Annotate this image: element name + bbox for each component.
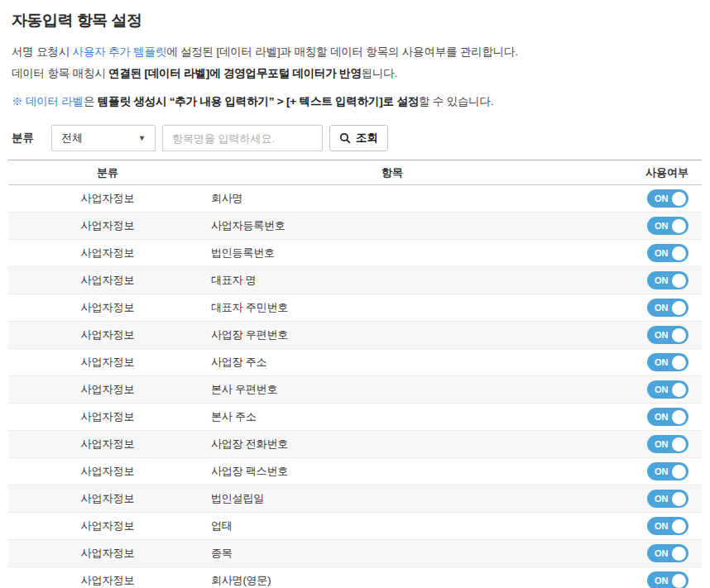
toggle-knob-icon [672,574,686,588]
toggle-knob-icon [672,547,686,561]
table-row: 사업자정보 회사명(영문) ON [8,567,702,588]
table-body: 사업자정보 회사명 ON 사업자정보 사업자등록번호 ON 사업자정보 법인등록… [8,185,702,588]
usage-toggle[interactable]: ON [647,299,688,317]
toggle-knob-icon [672,274,686,288]
row-category: 사업자정보 [8,218,207,233]
toggle-on-label: ON [655,357,669,367]
row-item: 사업장 우편번호 [207,327,578,342]
row-category: 사업자정보 [8,246,207,261]
usage-toggle[interactable]: ON [647,544,688,562]
row-category: 사업자정보 [8,573,207,588]
row-item: 사업장 전화번호 [207,437,578,452]
table-header-usage: 사용여부 [578,165,702,180]
row-category: 사업자정보 [8,327,207,342]
usage-toggle[interactable]: ON [647,380,688,399]
usage-toggle[interactable]: ON [647,571,688,588]
description-line2-bold: 연결된 [데이터 라벨]에 경영업무포털 데이터가 반영 [108,67,362,79]
usage-toggle[interactable]: ON [647,326,688,344]
user-template-link: 사용자 추가 템플릿 [73,45,167,58]
toggle-knob-icon [672,519,686,533]
page-title: 자동입력 항목 설정 [12,10,710,31]
note: ※ 데이터 라벨은 템플릿 생성시 “추가 내용 입력하기” > [+ 텍스트 … [12,93,710,110]
row-category: 사업자정보 [8,300,207,315]
toggle-on-label: ON [655,494,669,504]
table-header-item: 항목 [207,165,578,180]
description-line2-post: 됩니다. [362,67,397,79]
table-row: 사업자정보 대표자 명 ON [8,267,702,294]
toggle-on-label: ON [655,548,669,558]
category-filter-label: 분류 [12,131,34,146]
toggle-on-label: ON [655,385,669,394]
data-label-link: 데이터 라벨 [26,95,84,108]
table-row: 사업자정보 사업장 우편번호 ON [8,322,702,349]
toggle-on-label: ON [655,221,669,231]
row-category: 사업자정보 [8,546,207,561]
toggle-knob-icon [672,219,686,233]
filter-bar: 분류 전체 ▼ 조회 [12,125,710,151]
row-item: 종목 [207,546,578,561]
toggle-on-label: ON [655,330,669,340]
note-post: 할 수 있습니다. [419,95,493,108]
toggle-knob-icon [672,437,686,452]
usage-toggle[interactable]: ON [647,435,688,453]
row-category: 사업자정보 [8,437,207,452]
auto-input-items-table: 분류 항목 사용여부 사업자정보 회사명 ON 사업자정보 사업자등록번호 ON… [8,160,702,588]
toggle-on-label: ON [655,303,669,313]
table-row: 사업자정보 본사 우편번호 ON [8,376,702,404]
row-category: 사업자정보 [8,191,207,206]
row-category: 사업자정보 [8,409,207,424]
toggle-knob-icon [672,246,686,261]
usage-toggle[interactable]: ON [647,517,688,535]
table-row: 사업자정보 사업자등록번호 ON [8,213,702,240]
note-mid: 은 [84,95,98,108]
toggle-on-label: ON [655,521,669,531]
usage-toggle[interactable]: ON [647,189,688,208]
search-input[interactable] [162,125,323,151]
search-icon [339,132,351,144]
usage-toggle[interactable]: ON [647,217,688,235]
table-row: 사업자정보 본사 주소 ON [8,404,702,431]
toggle-knob-icon [672,465,686,479]
toggle-on-label: ON [655,439,669,449]
row-item: 사업자등록번호 [207,218,578,233]
toggle-knob-icon [672,492,686,506]
toggle-knob-icon [672,192,686,206]
table-row: 사업자정보 법인설립일 ON [8,485,702,513]
table-row: 사업자정보 사업장 팩스번호 ON [8,458,702,485]
search-button[interactable]: 조회 [329,125,388,151]
row-item: 회사명 [207,191,578,206]
row-item: 법인설립일 [207,491,578,506]
table-row: 사업자정보 사업장 주소 ON [8,349,702,376]
row-item: 사업장 팩스번호 [207,464,578,479]
table-row: 사업자정보 법인등록번호 ON [8,240,702,267]
usage-toggle[interactable]: ON [647,490,688,508]
usage-toggle[interactable]: ON [647,408,688,426]
description-line-1: 서명 요청시 사용자 추가 템플릿에 설정된 [데이터 라벨]과 매칭할 데이터… [12,41,710,63]
usage-toggle[interactable]: ON [647,271,688,289]
row-category: 사업자정보 [8,464,207,479]
note-bold: 템플릿 생성시 “추가 내용 입력하기” > [+ 텍스트 입력하기]로 설정 [98,95,419,108]
toggle-knob-icon [672,328,686,342]
description-line2-pre: 데이터 항목 매칭시 [12,67,108,79]
table-row: 사업자정보 회사명 ON [8,185,702,213]
toggle-on-label: ON [655,466,669,476]
table-row: 사업자정보 사업장 전화번호 ON [8,431,702,458]
row-item: 본사 주소 [207,409,578,424]
category-dropdown[interactable]: 전체 ▼ [51,125,156,151]
table-row: 사업자정보 종목 ON [8,540,702,567]
description-line1-post: 에 설정된 [데이터 라벨]과 매칭할 데이터 항목의 사용여부를 관리합니다. [166,45,518,58]
table-header-category: 분류 [8,165,207,180]
toggle-on-label: ON [655,194,669,203]
search-button-label: 조회 [356,131,378,146]
toggle-on-label: ON [655,275,669,285]
row-item: 업태 [207,519,578,533]
usage-toggle[interactable]: ON [647,244,688,262]
usage-toggle[interactable]: ON [647,353,688,371]
usage-toggle[interactable]: ON [647,462,688,480]
toggle-on-label: ON [655,576,669,586]
toggle-knob-icon [672,301,686,315]
row-category: 사업자정보 [8,382,207,397]
toggle-knob-icon [672,383,686,397]
row-item: 본사 우편번호 [207,382,578,397]
row-item: 대표자 명 [207,273,578,288]
